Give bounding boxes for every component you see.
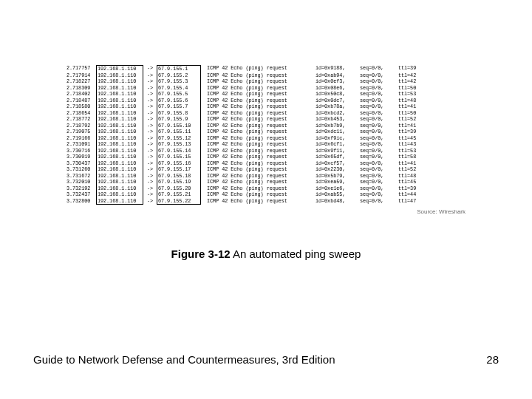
packet-id: id=0xcf57, xyxy=(316,160,360,167)
packet-id: id=0x9188, xyxy=(316,65,360,72)
arrow-icon: -> xyxy=(143,148,157,154)
arrow-icon: -> xyxy=(143,191,157,198)
packet-row: 2.719166 192.168.1.110 -> 67.9.155.12 IC… xyxy=(66,135,466,142)
packet-ttl: ttl=48 xyxy=(398,98,425,104)
packet-proto: ICMP 42 Echo (ping) request xyxy=(201,129,316,135)
packet-proto: ICMP 42 Echo (ping) request xyxy=(201,179,316,185)
packet-time: 2.718654 xyxy=(66,110,96,117)
packet-id: id=0xea59, xyxy=(316,179,360,185)
packet-id: id=0xb78a, xyxy=(316,103,360,110)
footer-text: Guide to Network Defense and Countermeas… xyxy=(33,353,335,366)
packet-seq: seq=0/0, xyxy=(360,123,398,129)
packet-proto: ICMP 42 Echo (ping) request xyxy=(201,148,316,154)
packet-row: 2.718580 192.168.1.110 -> 67.9.155.7 ICM… xyxy=(66,103,466,110)
packet-seq: seq=0/0, xyxy=(360,148,398,154)
packet-id: id=0xf9ic, xyxy=(316,135,360,142)
packet-src: 192.168.1.110 xyxy=(96,135,143,142)
packet-seq: seq=0/0, xyxy=(360,129,398,135)
packet-src: 192.168.1.110 xyxy=(96,123,143,129)
packet-dst: 67.9.155.21 xyxy=(157,191,201,198)
packet-proto: ICMP 42 Echo (ping) request xyxy=(201,98,316,104)
packet-row: 2.718227 192.168.1.110 -> 67.9.155.3 ICM… xyxy=(66,78,466,85)
packet-src: 192.168.1.110 xyxy=(96,185,143,192)
arrow-icon: -> xyxy=(143,166,157,173)
packet-ttl: ttl=42 xyxy=(398,78,425,85)
packet-ttl: ttl=41 xyxy=(398,103,425,110)
packet-proto: ICMP 42 Echo (ping) request xyxy=(201,160,316,167)
packet-src: 192.168.1.110 xyxy=(96,78,143,85)
arrow-icon: -> xyxy=(143,129,157,135)
packet-proto: ICMP 42 Echo (ping) request xyxy=(201,191,316,198)
packet-ttl: ttl=39 xyxy=(398,185,425,192)
packet-dst: 67.9.155.14 xyxy=(157,148,201,154)
packet-row: 3.730437 192.168.1.110 -> 67.9.155.16 IC… xyxy=(66,160,466,167)
packet-seq: seq=0/0, xyxy=(360,160,398,167)
arrow-icon: -> xyxy=(143,72,157,79)
packet-row: 2.718792 192.168.1.110 -> 67.9.155.10 IC… xyxy=(66,123,466,129)
packet-time: 2.718580 xyxy=(66,103,96,110)
packet-seq: seq=0/0, xyxy=(360,103,398,110)
packet-time: 3.732192 xyxy=(66,185,96,192)
packet-src: 192.168.1.110 xyxy=(96,103,143,110)
packet-id: id=0xdc11, xyxy=(316,129,360,135)
packet-seq: seq=0/0, xyxy=(360,72,398,79)
arrow-icon: -> xyxy=(143,185,157,192)
packet-src: 192.168.1.110 xyxy=(96,72,143,79)
arrow-icon: -> xyxy=(143,123,157,129)
packet-row: 2.718772 192.168.1.110 -> 67.9.155.9 ICM… xyxy=(66,116,466,123)
packet-src: 192.168.1.110 xyxy=(96,173,143,180)
packet-dst: 67.9.155.17 xyxy=(157,166,201,173)
packet-id: id=0x0dc7, xyxy=(316,98,360,104)
packet-time: 3.731672 xyxy=(66,173,96,180)
packet-proto: ICMP 42 Echo (ping) request xyxy=(201,135,316,142)
arrow-icon: -> xyxy=(143,179,157,185)
packet-row: 3.732010 192.168.1.110 -> 67.9.155.19 IC… xyxy=(66,179,466,185)
arrow-icon: -> xyxy=(143,198,157,205)
packet-ttl: ttl=50 xyxy=(398,85,425,92)
packet-ttl: ttl=58 xyxy=(398,154,425,160)
packet-time: 2.718309 xyxy=(66,85,96,92)
packet-id: id=0x08e6, xyxy=(316,85,360,92)
packet-src: 192.168.1.110 xyxy=(96,154,143,160)
packet-ttl: ttl=52 xyxy=(398,116,425,123)
packet-proto: ICMP 42 Echo (ping) request xyxy=(201,141,316,148)
packet-time: 3.731260 xyxy=(66,166,96,173)
packet-proto: ICMP 42 Echo (ping) request xyxy=(201,85,316,92)
packet-id: id=0x6cf1, xyxy=(316,141,360,148)
packet-time: 2.718772 xyxy=(66,116,96,123)
packet-row: 2.718402 192.168.1.110 -> 67.9.155.5 ICM… xyxy=(66,91,466,98)
packet-src: 192.168.1.110 xyxy=(96,129,143,135)
arrow-icon: -> xyxy=(143,110,157,117)
arrow-icon: -> xyxy=(143,154,157,160)
packet-src: 192.168.1.110 xyxy=(96,116,143,123)
packet-dst: 67.9.155.19 xyxy=(157,179,201,185)
packet-seq: seq=0/0, xyxy=(360,185,398,192)
packet-seq: seq=0/0, xyxy=(360,191,398,198)
packet-seq: seq=0/0, xyxy=(360,179,398,185)
packet-time: 3.732010 xyxy=(66,179,96,185)
packet-src: 192.168.1.110 xyxy=(96,98,143,104)
packet-time: 2.719075 xyxy=(66,129,96,135)
packet-row: 3.732192 192.168.1.110 -> 67.9.155.20 IC… xyxy=(66,185,466,192)
packet-seq: seq=0/0, xyxy=(360,91,398,98)
arrow-icon: -> xyxy=(143,141,157,148)
packet-ttl: ttl=41 xyxy=(398,160,425,167)
packet-time: 3.730437 xyxy=(66,160,96,167)
packet-dst: 67.9.155.9 xyxy=(157,116,201,123)
figure-caption: Figure 3-12 An automated ping sweep xyxy=(0,248,532,260)
packet-id: id=0x9f11, xyxy=(316,148,360,154)
packet-ttl: ttl=50 xyxy=(398,110,425,117)
packet-src: 192.168.1.110 xyxy=(96,148,143,154)
packet-id: id=0xab94, xyxy=(316,72,360,79)
arrow-icon: -> xyxy=(143,116,157,123)
packet-dst: 67.9.155.2 xyxy=(157,72,201,79)
arrow-icon: -> xyxy=(143,135,157,142)
packet-row: 2.731091 192.168.1.110 -> 67.9.155.13 IC… xyxy=(66,141,466,148)
packet-src: 192.168.1.110 xyxy=(96,179,143,185)
packet-proto: ICMP 42 Echo (ping) request xyxy=(201,173,316,180)
packet-ttl: ttl=42 xyxy=(398,72,425,79)
packet-ttl: ttl=53 xyxy=(398,91,425,98)
packet-src: 192.168.1.110 xyxy=(96,110,143,117)
packet-time: 3.732437 xyxy=(66,191,96,198)
packet-time: 2.718402 xyxy=(66,91,96,98)
